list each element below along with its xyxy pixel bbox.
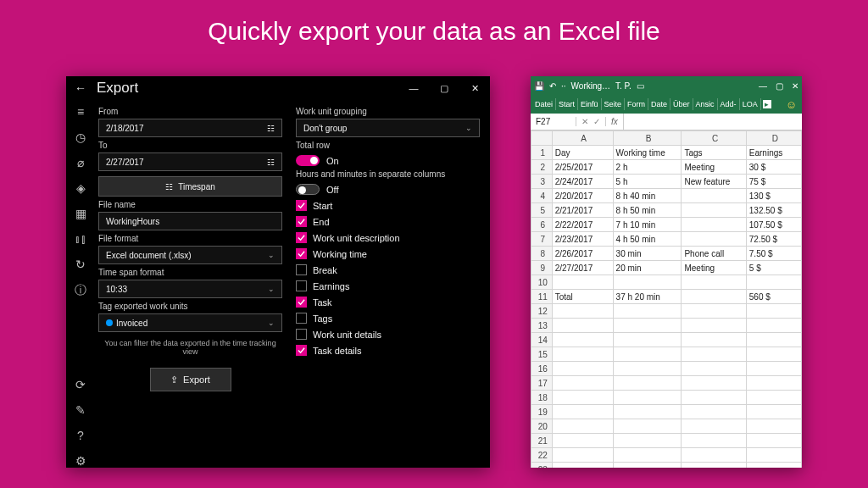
- ribbon-tab-start[interactable]: Start: [556, 98, 578, 110]
- cell[interactable]: [552, 362, 613, 376]
- cell[interactable]: Earnings: [746, 146, 801, 160]
- checkbox-start[interactable]: Start: [296, 200, 480, 211]
- checkbox-working-time[interactable]: Working time: [296, 248, 480, 259]
- row-header[interactable]: 18: [531, 391, 553, 405]
- cell[interactable]: [682, 290, 746, 304]
- cell[interactable]: 2/25/2017: [552, 160, 613, 175]
- cell[interactable]: 130 $: [746, 189, 801, 203]
- cell[interactable]: [682, 448, 746, 463]
- row-header[interactable]: 13: [531, 319, 553, 333]
- gear-icon[interactable]: ⚙: [75, 454, 86, 468]
- undo-icon[interactable]: ↶: [549, 81, 556, 91]
- col-header-B[interactable]: B: [613, 131, 682, 146]
- chart-icon[interactable]: ⫾⫿: [75, 232, 86, 246]
- row-header[interactable]: 20: [531, 419, 553, 434]
- cell[interactable]: 30 min: [613, 247, 682, 261]
- cell[interactable]: 2 h: [613, 160, 682, 175]
- tag-icon[interactable]: ◈: [76, 181, 86, 195]
- cell[interactable]: [746, 419, 801, 434]
- cell[interactable]: [552, 448, 613, 463]
- ribbon-tab-seite[interactable]: Seite: [602, 98, 626, 110]
- ribbon-tab-add-[interactable]: Add-: [718, 98, 740, 110]
- cell[interactable]: 8 h 40 min: [613, 189, 682, 203]
- cell[interactable]: Working time: [613, 146, 682, 160]
- info-icon[interactable]: ⓘ: [75, 283, 86, 298]
- cell[interactable]: [682, 319, 746, 333]
- cell[interactable]: [746, 333, 801, 347]
- cell[interactable]: 75 $: [746, 175, 801, 189]
- row-header[interactable]: 11: [531, 290, 553, 304]
- smile-icon[interactable]: ☺: [786, 98, 797, 111]
- cell[interactable]: [682, 376, 746, 391]
- row-header[interactable]: 16: [531, 362, 553, 376]
- cell[interactable]: 2/21/2017: [552, 203, 613, 218]
- close-button[interactable]: ✕: [459, 83, 490, 94]
- cell[interactable]: 37 h 20 min: [613, 290, 682, 304]
- cell[interactable]: [682, 434, 746, 448]
- share-icon[interactable]: ▭: [637, 81, 644, 91]
- cell[interactable]: 2/20/2017: [552, 189, 613, 203]
- row-header[interactable]: 22: [531, 448, 553, 463]
- cell[interactable]: [552, 391, 613, 405]
- back-icon[interactable]: ←: [66, 81, 95, 95]
- cancel-icon[interactable]: ✕: [581, 117, 588, 126]
- row-header[interactable]: 21: [531, 434, 553, 448]
- cell[interactable]: [746, 347, 801, 362]
- row-header[interactable]: 3: [531, 175, 553, 189]
- checkbox-end[interactable]: End: [296, 216, 480, 227]
- checkbox-task[interactable]: Task: [296, 297, 480, 308]
- cell[interactable]: [746, 362, 801, 376]
- row-header[interactable]: 8: [531, 247, 553, 261]
- cell[interactable]: [613, 448, 682, 463]
- cell[interactable]: [613, 463, 682, 469]
- checkbox-earnings[interactable]: Earnings: [296, 280, 480, 291]
- cell[interactable]: 4 h 50 min: [613, 232, 682, 247]
- menu-icon[interactable]: ≡: [77, 105, 84, 119]
- row-header[interactable]: 2: [531, 160, 553, 175]
- cell[interactable]: 2/27/2017: [552, 261, 613, 275]
- grouping-select[interactable]: Don't group⌄: [296, 119, 480, 137]
- to-date-input[interactable]: 2/27/2017☷: [98, 152, 282, 171]
- cell[interactable]: [746, 448, 801, 463]
- grid-icon[interactable]: ▦: [75, 207, 86, 220]
- cell[interactable]: 7 h 10 min: [613, 218, 682, 232]
- cell[interactable]: 72.50 $: [746, 232, 801, 247]
- maximize-button[interactable]: ▢: [429, 83, 459, 94]
- row-header[interactable]: 14: [531, 333, 553, 347]
- from-date-input[interactable]: 2/18/2017☷: [98, 119, 282, 137]
- spreadsheet-grid[interactable]: ABCD 1DayWorking timeTagsEarnings22/25/2…: [531, 130, 802, 468]
- row-header[interactable]: 15: [531, 347, 553, 362]
- close-button[interactable]: ✕: [792, 81, 798, 91]
- cell[interactable]: [682, 189, 746, 203]
- cell[interactable]: [682, 203, 746, 218]
- cell[interactable]: Total: [552, 290, 613, 304]
- ribbon-pager[interactable]: ▸: [763, 100, 771, 108]
- timespan-button[interactable]: ☷ Timespan: [98, 176, 282, 197]
- cell[interactable]: 7.50 $: [746, 247, 801, 261]
- timespanformat-select[interactable]: 10:33⌄: [98, 280, 282, 298]
- cell[interactable]: [682, 419, 746, 434]
- cell[interactable]: [682, 275, 746, 290]
- cell[interactable]: [613, 391, 682, 405]
- row-header[interactable]: 1: [531, 146, 553, 160]
- cell[interactable]: [552, 333, 613, 347]
- row-header[interactable]: 10: [531, 275, 553, 290]
- cell[interactable]: 2/24/2017: [552, 175, 613, 189]
- cell[interactable]: 132.50 $: [746, 203, 801, 218]
- cell[interactable]: [682, 218, 746, 232]
- cell[interactable]: [746, 405, 801, 419]
- row-header[interactable]: 17: [531, 376, 553, 391]
- cell[interactable]: Tags: [682, 146, 746, 160]
- cell[interactable]: [682, 405, 746, 419]
- cell[interactable]: [746, 434, 801, 448]
- cell[interactable]: [746, 391, 801, 405]
- checkbox-work-unit-details[interactable]: Work unit details: [296, 329, 480, 340]
- cell[interactable]: [613, 319, 682, 333]
- cell[interactable]: [552, 434, 613, 448]
- cell[interactable]: 2/23/2017: [552, 232, 613, 247]
- cell[interactable]: [552, 319, 613, 333]
- tag-select[interactable]: Invoiced ⌄: [98, 313, 282, 332]
- filename-input[interactable]: WorkingHours: [98, 212, 282, 230]
- col-header-C[interactable]: C: [682, 131, 746, 146]
- ribbon-tab-einfü[interactable]: Einfü: [578, 98, 602, 110]
